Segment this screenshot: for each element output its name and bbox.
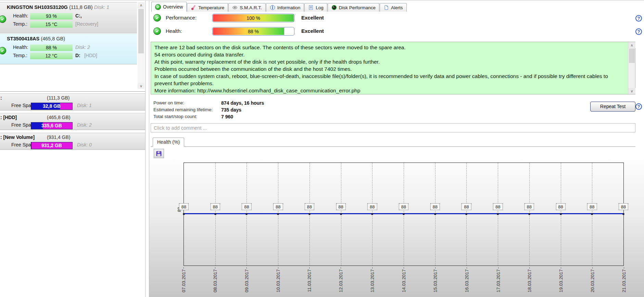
x-axis-tick	[624, 267, 624, 269]
data-point	[528, 213, 530, 215]
panel-splitter[interactable]	[145, 1, 149, 297]
health-gauge: 88 %	[212, 27, 294, 36]
tab-health-chart[interactable]: Health (%)	[153, 138, 184, 147]
help-icon[interactable]: ?	[635, 15, 642, 22]
performance-gauge: 100 %	[212, 14, 294, 22]
temp-label: Temp.:	[13, 53, 32, 58]
data-point	[591, 213, 593, 215]
drive-letter: C:,	[75, 13, 82, 18]
disk-title: ST3500418AS (465,8 GB)	[7, 36, 65, 41]
volume-label: [Recovery]	[75, 21, 98, 27]
x-axis-tick	[215, 267, 215, 269]
x-axis-date-label: 20.03.2017	[590, 269, 595, 293]
smart-disk-icon	[232, 5, 238, 10]
point-value-label: 88	[336, 203, 345, 210]
scroll-thumb[interactable]	[138, 9, 144, 53]
scroll-down-button[interactable]: ∨	[628, 88, 635, 94]
performance-gauge-row: Performance: 100 % Excellent ?	[149, 14, 644, 24]
x-axis-date-label: 19.03.2017	[558, 269, 564, 293]
tab-alerts[interactable]: Alerts	[380, 3, 407, 12]
health-value-bar: 88 %	[30, 44, 73, 51]
health-gauge-row: Health: 88 % Excellent ?	[149, 27, 644, 37]
point-value-label: 88	[462, 203, 471, 210]
floppy-disk-icon	[156, 151, 162, 157]
disk-sidebar: KINGSTON SH103S3120G (111,8 GB) Disk: 1 …	[0, 1, 145, 297]
status-message-text: There are 12 bad sectors on the disk sur…	[151, 42, 628, 94]
health-status: Excellent	[301, 28, 324, 34]
partition-disk-number: Disk: 1	[77, 103, 92, 108]
scroll-up-button[interactable]: ∧	[628, 42, 635, 48]
scroll-up-button[interactable]: ∧	[138, 2, 144, 8]
free-space-bar: 32,8 GB	[31, 103, 73, 110]
x-axis-tick	[309, 267, 310, 269]
health-percent: 88 %	[213, 27, 294, 36]
log-document-icon	[308, 5, 314, 10]
data-point	[277, 213, 279, 215]
x-axis-tick	[247, 267, 247, 269]
health-label: Health:	[13, 44, 32, 50]
health-history-chart: 88 888888888888888888888888888888 07.03.…	[149, 160, 644, 297]
x-axis-date-label: 18.03.2017	[527, 269, 532, 293]
help-icon[interactable]: ?	[635, 28, 642, 35]
message-line: 54 errors occured during data transfer.	[154, 51, 625, 58]
x-axis-tick	[592, 267, 593, 269]
tab-information[interactable]: Information	[266, 3, 304, 12]
partition-item-e[interactable]: : [New Volume] (931,4 GB) Free Space 931…	[0, 133, 145, 150]
scroll-down-button[interactable]: ∨	[138, 83, 144, 89]
partition-item-c[interactable]: : (111,3 GB) Free Space 32,8 GB Disk: 1	[0, 93, 145, 111]
x-axis-tick	[561, 267, 561, 269]
remaining-lifetime-label: Estimated remaining lifetime:	[153, 107, 213, 112]
partition-label: : [HDD]	[0, 115, 17, 120]
free-space-value: 931,2 GB	[31, 142, 72, 149]
power-on-time-value: 874 days, 16 hours	[221, 100, 264, 106]
disk-name: KINGSTON SH103S3120G	[7, 4, 68, 10]
health-value-bar: 93 %	[30, 13, 73, 20]
message-line: At this point, warranty replacement of t…	[154, 58, 625, 65]
tab-disk-performance[interactable]: Disk Performance	[328, 3, 379, 12]
point-value-label: 88	[493, 203, 503, 210]
hard-disk-sentinel-window: KINGSTON SH103S3120G (111,8 GB) Disk: 1 …	[0, 0, 644, 297]
tab-label: Log	[316, 5, 324, 10]
scroll-thumb[interactable]	[629, 49, 635, 63]
performance-label: Performance:	[166, 15, 197, 21]
repeat-test-button[interactable]: Repeat Test	[590, 102, 635, 112]
tab-smart[interactable]: S.M.A.R.T.	[228, 3, 266, 12]
x-axis-tick	[404, 267, 404, 269]
x-axis-tick	[372, 267, 372, 269]
message-scrollbar[interactable]: ∧ ∨	[628, 42, 635, 94]
performance-percent: 100 %	[213, 14, 294, 23]
disk-list-scrollbar[interactable]: ∧ ∨	[138, 2, 144, 89]
info-icon	[270, 5, 275, 10]
free-space-bar: 931,2 GB	[31, 142, 73, 149]
disk-item-seagate[interactable]: ST3500418AS (465,8 GB) Health: 88 % Disk…	[0, 34, 137, 64]
partition-label: : [New Volume]	[0, 134, 35, 140]
remaining-lifetime-value: 735 days	[221, 107, 241, 113]
tab-bar: Overview Temperature S.M.A.R.T.	[149, 1, 644, 12]
x-axis-tick	[498, 267, 498, 269]
performance-status: Excellent	[301, 15, 324, 21]
data-point	[246, 213, 248, 215]
data-point	[371, 213, 373, 215]
disk-name: ST3500418AS	[7, 36, 39, 41]
tab-log[interactable]: Log	[304, 3, 327, 12]
tab-overview[interactable]: Overview	[151, 2, 187, 12]
comment-input[interactable]	[151, 123, 635, 132]
data-point	[183, 213, 185, 215]
power-on-time-label: Power on time:	[153, 100, 184, 105]
help-icon[interactable]: ?	[635, 103, 642, 110]
message-line: There are 12 bad sectors on the disk sur…	[154, 44, 625, 51]
point-value-label: 88	[179, 203, 189, 210]
disk-item-kingston[interactable]: KINGSTON SH103S3120G (111,8 GB) Disk: 1 …	[0, 2, 137, 33]
partition-item-d[interactable]: : [HDD] (465,8 GB) Free Space 335,6 GB D…	[0, 113, 145, 130]
x-axis-tick	[529, 267, 530, 269]
disk-number: Disk: 2	[75, 44, 90, 50]
x-axis-tick	[184, 267, 184, 269]
tab-temperature[interactable]: Temperature	[187, 3, 228, 12]
data-point	[497, 213, 499, 215]
point-value-label: 88	[210, 203, 220, 210]
message-line: In case of sudden system crash, reboot, …	[154, 73, 625, 87]
point-value-label: 88	[273, 203, 283, 210]
save-chart-button[interactable]	[154, 149, 164, 158]
chart-dates: 07.03.201708.03.201709.03.201710.03.2017…	[184, 267, 624, 297]
data-point	[340, 213, 342, 215]
